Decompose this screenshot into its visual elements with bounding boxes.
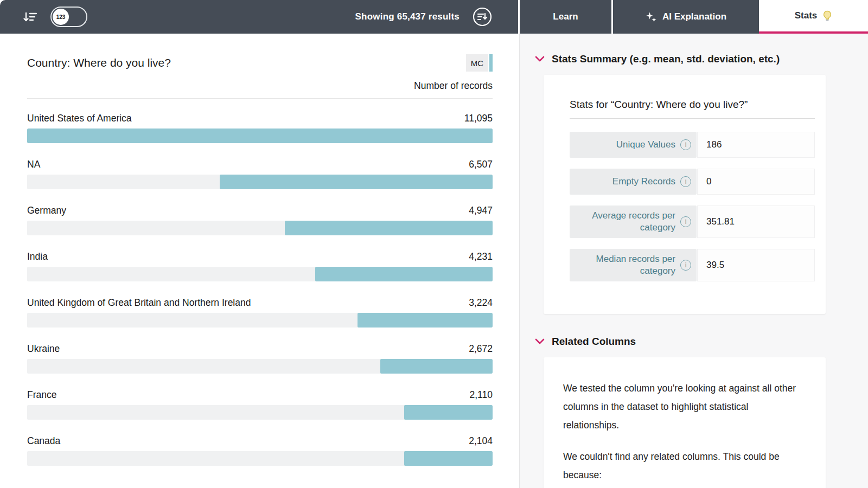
related-columns-text: We tested the column you're looking at a… xyxy=(563,379,806,434)
numeric-format-toggle[interactable]: 123 xyxy=(50,7,87,27)
bar-fill xyxy=(404,451,493,466)
tab-stats-label: Stats xyxy=(795,10,818,21)
sparkles-icon xyxy=(646,11,657,23)
stats-label: Median records per category xyxy=(577,253,675,277)
tab-learn[interactable]: Learn xyxy=(518,0,611,34)
related-columns-text: We couldn't find any related columns. Th… xyxy=(563,447,806,484)
column-type-indicator xyxy=(489,54,493,72)
chart-row-head: Canada 2,104 xyxy=(27,435,493,447)
bar-fill xyxy=(358,313,493,328)
bar-value: 2,104 xyxy=(469,435,493,447)
bar-value: 2,672 xyxy=(469,343,493,355)
stats-value-cell: 186 xyxy=(697,132,815,158)
chart-row: NA 6,507 xyxy=(27,159,493,189)
chart-divider xyxy=(27,98,493,99)
related-columns-card: We tested the column you're looking at a… xyxy=(544,357,826,488)
stats-label: Empty Records xyxy=(612,176,675,188)
stats-sidebar: Stats Summary (e.g. mean, std. deviation… xyxy=(519,34,868,488)
bar-chart: United States of America 11,095 NA 6,507… xyxy=(27,113,493,466)
stats-value-cell: 0 xyxy=(697,169,815,195)
chart-row-head: Ukraine 2,672 xyxy=(27,343,493,355)
bar-label: NA xyxy=(27,159,40,170)
bar-value: 2,110 xyxy=(470,389,493,401)
tab-ai-explanation[interactable]: AI Explanation xyxy=(611,0,759,34)
bar-fill xyxy=(404,405,493,420)
info-icon[interactable]: i xyxy=(680,176,691,187)
bar-label: Ukraine xyxy=(27,343,60,355)
stats-row: Median records per category i 39.5 xyxy=(570,249,815,281)
bar-track[interactable] xyxy=(27,175,493,189)
stats-row: Average records per category i 351.81 xyxy=(570,206,815,238)
bar-track[interactable] xyxy=(27,313,493,328)
chart-row-head: Germany 4,947 xyxy=(27,205,493,216)
chevron-down-icon xyxy=(535,338,545,345)
bar-track[interactable] xyxy=(27,405,493,420)
chart-row-head: France 2,110 xyxy=(27,389,493,401)
stats-value: 186 xyxy=(706,139,722,150)
bar-track[interactable] xyxy=(27,267,493,281)
stats-label-cell: Empty Records i xyxy=(570,169,697,195)
value-axis-label: Number of records xyxy=(27,80,493,92)
stats-label: Unique Values xyxy=(616,139,675,151)
stats-value: 39.5 xyxy=(706,260,724,271)
related-columns-header[interactable]: Related Columns xyxy=(535,336,868,348)
bar-fill xyxy=(315,267,493,281)
chart-row: France 2,110 xyxy=(27,389,493,420)
stats-summary-header[interactable]: Stats Summary (e.g. mean, std. deviation… xyxy=(535,53,868,65)
chart-row: Canada 2,104 xyxy=(27,435,493,466)
chart-panel: Country: Where do you live? MC Number of… xyxy=(0,34,519,488)
stats-value: 0 xyxy=(706,176,711,187)
chevron-down-icon xyxy=(535,56,545,62)
chart-row-head: India 4,231 xyxy=(27,251,493,262)
bar-label: United Kingdom of Great Britain and Nort… xyxy=(27,297,251,309)
stats-row: Empty Records i 0 xyxy=(570,169,815,195)
stats-label-cell: Median records per category i xyxy=(570,249,697,281)
bar-label: United States of America xyxy=(27,113,132,124)
chart-row: United Kingdom of Great Britain and Nort… xyxy=(27,297,493,328)
numeric-format-toggle-label: 123 xyxy=(53,9,69,25)
lightbulb-icon xyxy=(822,10,832,22)
topbar: 123 Showing 65,437 results Learn AI Expl… xyxy=(0,0,868,34)
bar-value: 11,095 xyxy=(464,113,493,124)
stats-summary-title: Stats Summary (e.g. mean, std. deviation… xyxy=(552,53,780,65)
chart-row-head: NA 6,507 xyxy=(27,159,493,170)
chart-row: Germany 4,947 xyxy=(27,205,493,235)
bar-value: 6,507 xyxy=(469,159,493,170)
tab-learn-label: Learn xyxy=(553,11,578,22)
stats-label: Average records per category xyxy=(577,210,675,234)
bar-track[interactable] xyxy=(27,221,493,235)
bar-label: Canada xyxy=(27,435,60,447)
column-type-label: MC xyxy=(466,54,488,72)
stats-table: Unique Values i 186 Empty Records i 0 Av… xyxy=(570,132,815,281)
stats-value-cell: 351.81 xyxy=(697,206,815,238)
sort-icon[interactable] xyxy=(23,11,37,23)
chart-row: India 4,231 xyxy=(27,251,493,281)
sort-results-button[interactable] xyxy=(473,7,492,27)
bar-label: India xyxy=(27,251,48,262)
bar-fill xyxy=(380,359,493,374)
chart-row: Ukraine 2,672 xyxy=(27,343,493,374)
related-columns-title: Related Columns xyxy=(552,336,636,348)
bar-track[interactable] xyxy=(27,129,493,143)
chart-row: United States of America 11,095 xyxy=(27,113,493,143)
stats-value-cell: 39.5 xyxy=(697,249,815,281)
tab-stats[interactable]: Stats xyxy=(759,0,868,34)
stats-card-title: Stats for “Country: Where do you live?” xyxy=(570,99,817,111)
stats-card: Stats for “Country: Where do you live?” … xyxy=(544,75,826,314)
chart-row-head: United Kingdom of Great Britain and Nort… xyxy=(27,297,493,309)
bar-track[interactable] xyxy=(27,359,493,374)
bar-track[interactable] xyxy=(27,451,493,466)
info-icon[interactable]: i xyxy=(680,216,691,227)
info-icon[interactable]: i xyxy=(680,260,691,271)
bar-value: 4,231 xyxy=(469,251,493,262)
bar-value: 4,947 xyxy=(469,205,493,216)
column-type-badge: MC xyxy=(466,54,493,72)
topbar-toolbar: 123 Showing 65,437 results xyxy=(0,0,518,34)
bar-fill xyxy=(285,221,493,235)
bar-value: 3,224 xyxy=(469,297,493,309)
chart-row-head: United States of America 11,095 xyxy=(27,113,493,124)
stats-label-cell: Unique Values i xyxy=(570,132,697,158)
bar-fill xyxy=(220,175,493,189)
info-icon[interactable]: i xyxy=(680,139,691,150)
stats-label-cell: Average records per category i xyxy=(570,206,697,238)
